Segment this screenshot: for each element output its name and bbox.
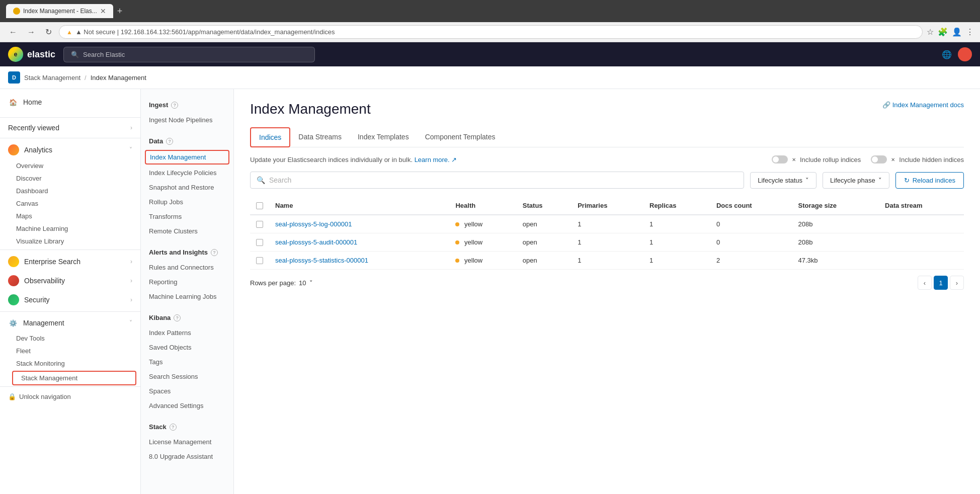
address-bar[interactable]: ▲ ▲ Not secure | 192.168.164.132:5601/ap…: [59, 25, 923, 39]
tab-index-templates[interactable]: Index Templates: [350, 127, 417, 147]
nav-saved-objects[interactable]: Saved Objects: [141, 340, 233, 355]
tab-data-streams[interactable]: Data Streams: [290, 127, 350, 147]
nav-index-management[interactable]: Index Management: [145, 150, 229, 164]
page-1-btn[interactable]: 1: [934, 276, 948, 290]
nav-ml-jobs[interactable]: Machine Learning Jobs: [141, 289, 233, 304]
breadcrumb-current-page: Index Management: [91, 74, 146, 81]
rows-per-page-selector[interactable]: Rows per page: 10 ˅: [250, 279, 313, 287]
nav-snapshot-restore[interactable]: Snapshot and Restore: [141, 180, 233, 195]
alerts-info-icon[interactable]: ?: [211, 249, 218, 256]
sidebar-analytics-ml[interactable]: Machine Learning: [8, 222, 140, 235]
nav-tags[interactable]: Tags: [141, 355, 233, 369]
nav-upgrade-assistant[interactable]: 8.0 Upgrade Assistant: [141, 449, 233, 464]
browser-tab[interactable]: Index Management - Elas... ✕: [6, 4, 113, 18]
next-page-btn[interactable]: ›: [950, 276, 964, 290]
tab-component-templates[interactable]: Component Templates: [417, 127, 504, 147]
page-navigation: ‹ 1 ›: [918, 276, 964, 290]
docs-link[interactable]: 🔗 Index Management docs: [882, 101, 964, 109]
kibana-section-label: Kibana: [149, 314, 171, 321]
health-dot-0: [455, 222, 459, 226]
index-link-2[interactable]: seal-plossys-5-statistics-000001: [275, 257, 368, 264]
sidebar-item-observability[interactable]: Observability ›: [0, 271, 140, 290]
sidebar-analytics-maps[interactable]: Maps: [8, 210, 140, 222]
ingest-info-icon[interactable]: ?: [171, 102, 178, 109]
index-link-0[interactable]: seal-plossys-5-log-000001: [275, 220, 352, 228]
sidebar-item-security[interactable]: Security ›: [0, 290, 140, 309]
kibana-info-icon[interactable]: ?: [174, 314, 181, 321]
forward-btn[interactable]: →: [24, 26, 38, 39]
sidebar-item-recently-viewed[interactable]: Recently viewed ›: [0, 120, 140, 136]
row-storage-size-cell: 47.3kb: [792, 252, 879, 270]
nav-advanced-settings[interactable]: Advanced Settings: [141, 398, 233, 413]
sidebar-item-analytics[interactable]: Analytics ˅: [0, 140, 140, 159]
nav-spaces[interactable]: Spaces: [141, 384, 233, 398]
nav-transforms[interactable]: Transforms: [141, 209, 233, 224]
health-text-1: yellow: [464, 238, 482, 246]
unlock-navigation-btn[interactable]: 🔒 Unlock navigation: [8, 393, 132, 400]
breadcrumb-separator: /: [85, 74, 87, 81]
sidebar-analytics-subitems: Overview Discover Dashboard Canvas Maps …: [0, 159, 140, 248]
docs-link-text: Index Management docs: [892, 101, 964, 109]
sidebar-management-devtools[interactable]: Dev Tools: [8, 332, 140, 345]
row-replicas-cell: 1: [643, 215, 710, 233]
bookmark-icon[interactable]: ☆: [927, 27, 934, 37]
tab-indices[interactable]: Indices: [250, 127, 290, 147]
extensions-icon[interactable]: 🧩: [938, 27, 948, 37]
prev-page-btn[interactable]: ‹: [918, 276, 932, 290]
search-box[interactable]: 🔍 Search: [250, 172, 744, 189]
row-checkbox-0[interactable]: [256, 221, 263, 228]
sidebar-analytics-overview[interactable]: Overview: [8, 159, 140, 172]
reload-indices-btn[interactable]: ↻ Reload indices: [895, 172, 964, 189]
nav-search-sessions[interactable]: Search Sessions: [141, 369, 233, 384]
sidebar-management-fleet[interactable]: Fleet: [8, 345, 140, 357]
sidebar-observability-label: Observability: [24, 277, 65, 285]
user-avatar[interactable]: [958, 47, 972, 61]
row-checkbox-2[interactable]: [256, 257, 263, 264]
middle-nav: Ingest ? Ingest Node Pipelines Data ? In…: [141, 89, 234, 494]
sidebar-analytics-visualize[interactable]: Visualize Library: [8, 235, 140, 248]
security-icon: [8, 294, 19, 305]
stack-info-icon[interactable]: ?: [170, 424, 177, 431]
globe-icon[interactable]: 🌐: [942, 50, 952, 59]
sidebar-management-stack-monitoring[interactable]: Stack Monitoring: [8, 357, 140, 370]
breadcrumb-stack-management-link[interactable]: Stack Management: [24, 74, 80, 81]
nav-reporting[interactable]: Reporting: [141, 275, 233, 289]
index-link-1[interactable]: seal-plossys-5-audit-000001: [275, 238, 357, 246]
sidebar-analytics-dashboard[interactable]: Dashboard: [8, 185, 140, 197]
sidebar-management-stack-management[interactable]: Stack Management: [12, 371, 136, 385]
nav-license-management[interactable]: License Management: [141, 435, 233, 449]
row-checkbox-1[interactable]: [256, 239, 263, 246]
lifecycle-phase-filter-btn[interactable]: Lifecycle phase ˅: [823, 172, 889, 189]
tab-close-btn[interactable]: ✕: [100, 7, 106, 15]
nav-remote-clusters[interactable]: Remote Clusters: [141, 224, 233, 238]
nav-rollup-jobs[interactable]: Rollup Jobs: [141, 195, 233, 209]
row-checkbox-cell: [250, 252, 269, 270]
sidebar-analytics-canvas[interactable]: Canvas: [8, 197, 140, 210]
enterprise-search-chevron-icon: ›: [130, 258, 132, 265]
nav-rules-connectors[interactable]: Rules and Connectors: [141, 260, 233, 275]
rollup-toggle[interactable]: [772, 155, 788, 163]
back-btn[interactable]: ←: [6, 26, 20, 39]
sidebar-item-home[interactable]: 🏠 Home: [0, 93, 140, 111]
profile-icon[interactable]: 👤: [952, 27, 962, 37]
nav-ingest-node-pipelines[interactable]: Ingest Node Pipelines: [141, 113, 233, 127]
select-all-checkbox[interactable]: [256, 202, 263, 209]
reload-page-btn[interactable]: ↻: [42, 25, 55, 39]
elastic-logo[interactable]: e elastic: [8, 47, 55, 62]
hidden-toggle[interactable]: [871, 155, 887, 163]
nav-index-patterns[interactable]: Index Patterns: [141, 325, 233, 340]
header-search[interactable]: 🔍 Search Elastic: [63, 47, 315, 62]
lifecycle-status-filter-btn[interactable]: Lifecycle status ˅: [750, 172, 816, 189]
sidebar-item-enterprise-search[interactable]: Enterprise Search ›: [0, 252, 140, 271]
sidebar-item-management[interactable]: ⚙️ Management ˅: [0, 314, 140, 332]
learn-more-link[interactable]: Learn more. ↗: [415, 156, 457, 163]
left-sidebar: 🏠 Home Recently viewed › Analytics ˅ Ove…: [0, 89, 141, 494]
data-info-icon[interactable]: ?: [166, 138, 173, 145]
table-body: seal-plossys-5-log-000001 yellow open 1 …: [250, 215, 964, 270]
row-primaries-cell: 1: [571, 215, 643, 233]
table-row: seal-plossys-5-audit-000001 yellow open …: [250, 233, 964, 252]
menu-icon[interactable]: ⋮: [966, 27, 974, 37]
nav-index-lifecycle-policies[interactable]: Index Lifecycle Policies: [141, 166, 233, 180]
sidebar-analytics-discover[interactable]: Discover: [8, 172, 140, 185]
new-tab-btn[interactable]: +: [117, 6, 123, 17]
